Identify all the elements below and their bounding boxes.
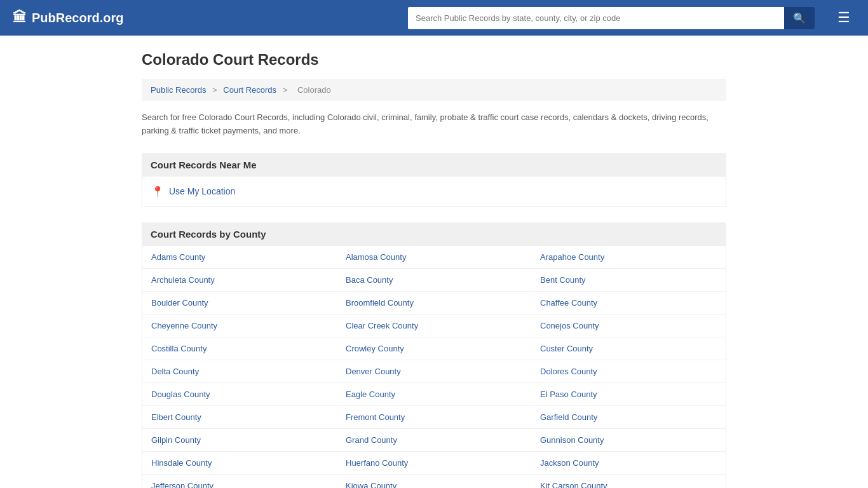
county-link[interactable]: Chaffee County xyxy=(531,292,726,315)
breadcrumb-separator-1: > xyxy=(212,85,219,95)
use-location-label: Use My Location xyxy=(169,186,235,196)
county-link[interactable]: Kit Carson County xyxy=(531,475,726,488)
site-logo[interactable]: 🏛 PubRecord.org xyxy=(13,10,123,26)
search-input[interactable] xyxy=(408,7,784,29)
county-section-body: Adams CountyAlamosa CountyArapahoe Count… xyxy=(142,246,726,488)
county-link[interactable]: Hinsdale County xyxy=(142,452,337,475)
county-section-header: Court Records by County xyxy=(142,222,726,246)
hamburger-menu-button[interactable]: ☰ xyxy=(832,7,855,29)
search-button[interactable]: 🔍 xyxy=(784,7,815,29)
location-icon: 📍 xyxy=(151,186,164,198)
county-link[interactable]: Cheyenne County xyxy=(142,315,337,337)
logo-text: PubRecord.org xyxy=(32,11,123,25)
county-link[interactable]: Kiowa County xyxy=(337,475,531,488)
county-link[interactable]: Alamosa County xyxy=(337,246,531,269)
main-content: Colorado Court Records Public Records > … xyxy=(129,36,739,488)
county-link[interactable]: Baca County xyxy=(337,269,531,292)
site-header: 🏛 PubRecord.org 🔍 ☰ xyxy=(0,0,868,36)
county-link[interactable]: Elbert County xyxy=(142,406,337,429)
county-link[interactable]: Douglas County xyxy=(142,383,337,406)
county-link[interactable]: Costilla County xyxy=(142,337,337,360)
breadcrumb-court-records[interactable]: Court Records xyxy=(223,85,276,95)
near-me-body: 📍 Use My Location xyxy=(142,177,726,207)
county-link[interactable]: Denver County xyxy=(337,360,531,383)
county-link[interactable]: Archuleta County xyxy=(142,269,337,292)
county-link[interactable]: Gunnison County xyxy=(531,429,726,452)
county-link[interactable]: Clear Creek County xyxy=(337,315,531,337)
near-me-section-header: Court Records Near Me xyxy=(142,153,726,177)
county-link[interactable]: Custer County xyxy=(531,337,726,360)
county-link[interactable]: Adams County xyxy=(142,246,337,269)
county-link[interactable]: Boulder County xyxy=(142,292,337,315)
county-link[interactable]: Broomfield County xyxy=(337,292,531,315)
page-description: Search for free Colorado Court Records, … xyxy=(142,111,726,138)
county-link[interactable]: Fremont County xyxy=(337,406,531,429)
county-section: Court Records by County Adams CountyAlam… xyxy=(142,222,726,488)
page-title: Colorado Court Records xyxy=(142,51,726,69)
logo-icon: 🏛 xyxy=(13,10,27,26)
breadcrumb: Public Records > Court Records > Colorad… xyxy=(142,79,726,101)
search-container: 🔍 xyxy=(408,7,815,29)
breadcrumb-separator-2: > xyxy=(283,85,290,95)
county-link[interactable]: Arapahoe County xyxy=(531,246,726,269)
breadcrumb-current: Colorado xyxy=(297,85,331,95)
breadcrumb-public-records[interactable]: Public Records xyxy=(151,85,206,95)
county-grid: Adams CountyAlamosa CountyArapahoe Count… xyxy=(142,246,726,488)
county-link[interactable]: Jefferson County xyxy=(142,475,337,488)
county-link[interactable]: Delta County xyxy=(142,360,337,383)
hamburger-icon: ☰ xyxy=(837,10,850,25)
county-link[interactable]: Huerfano County xyxy=(337,452,531,475)
county-link[interactable]: El Paso County xyxy=(531,383,726,406)
county-link[interactable]: Jackson County xyxy=(531,452,726,475)
near-me-section: Court Records Near Me 📍 Use My Location xyxy=(142,153,726,207)
county-link[interactable]: Eagle County xyxy=(337,383,531,406)
search-icon: 🔍 xyxy=(793,13,806,24)
county-link[interactable]: Dolores County xyxy=(531,360,726,383)
use-location-link[interactable]: 📍 Use My Location xyxy=(151,186,717,198)
county-link[interactable]: Bent County xyxy=(531,269,726,292)
county-link[interactable]: Garfield County xyxy=(531,406,726,429)
county-link[interactable]: Gilpin County xyxy=(142,429,337,452)
county-link[interactable]: Conejos County xyxy=(531,315,726,337)
county-link[interactable]: Crowley County xyxy=(337,337,531,360)
county-link[interactable]: Grand County xyxy=(337,429,531,452)
